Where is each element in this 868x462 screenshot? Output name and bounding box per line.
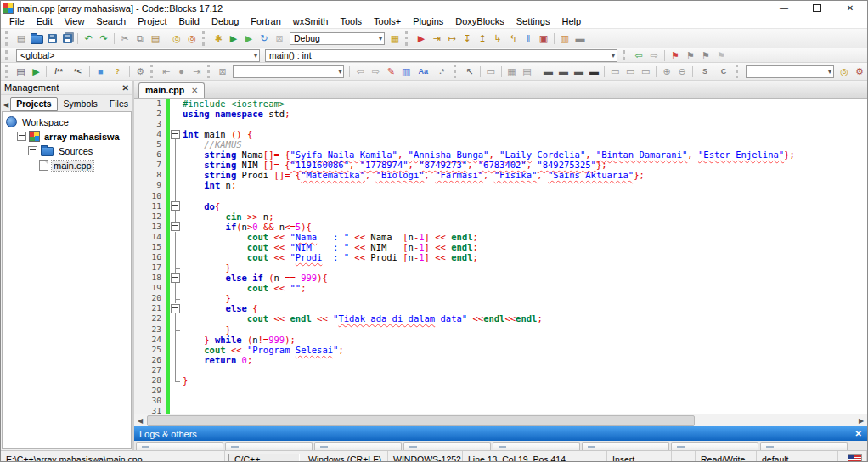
code-editor[interactable]: 1#include <iostream>2using namespace std… (134, 99, 867, 414)
build-icon[interactable]: ✱ (211, 31, 226, 45)
code-text[interactable]: using namespace std; (181, 109, 290, 119)
fold-collapse-icon[interactable] (171, 222, 180, 231)
run-to-cursor-icon[interactable]: ⇥ (429, 31, 444, 45)
line-number[interactable]: 2 (134, 109, 166, 119)
logs-tab[interactable] (136, 442, 223, 450)
code-text[interactable]: //KAMUS (181, 139, 242, 149)
wx-border-2-icon[interactable]: ▭ (623, 65, 638, 78)
wx-source-icon[interactable]: ▤ (520, 65, 535, 78)
incsearch-highlight-icon[interactable]: ✎ (383, 65, 398, 78)
tab-main-cpp[interactable]: main.cpp ✕ (138, 82, 205, 98)
code-text[interactable]: cin >> n; (181, 211, 274, 222)
code-text[interactable] (181, 386, 183, 396)
symbol-search-icon[interactable]: ◎ (837, 65, 852, 78)
debug-continue-icon[interactable]: ▶ (414, 31, 429, 45)
line-number[interactable]: 28 (134, 375, 166, 386)
prev-bookmark-icon[interactable]: ⚑ (683, 48, 698, 62)
incsearch-next-icon[interactable]: ⇨ (368, 65, 383, 78)
line-number[interactable]: 7 (134, 160, 166, 170)
logs-tab[interactable] (760, 442, 848, 450)
wx-align-right-icon[interactable]: ▬ (571, 65, 586, 78)
logs-panel-header[interactable]: Logs & others ✕ (134, 426, 867, 441)
logs-tab[interactable] (582, 442, 669, 450)
line-number[interactable]: 27 (134, 365, 166, 375)
tree-item-array-mahasiswa[interactable]: array mahasiswa (3, 129, 131, 144)
menu-doxyblocks[interactable]: DoxyBlocks (449, 15, 510, 27)
menu-wxsmith[interactable]: wxSmith (287, 15, 335, 27)
fold-collapse-icon[interactable] (171, 201, 180, 211)
line-number[interactable]: 30 (134, 396, 166, 406)
clear-bookmarks-icon[interactable]: ⚑ (713, 48, 729, 62)
fold-margin[interactable] (170, 303, 181, 313)
logs-tab-strip[interactable] (134, 441, 867, 450)
zoom-out-icon[interactable]: ⊖ (674, 65, 690, 78)
management-close-icon[interactable]: ✕ (122, 83, 129, 93)
fold-collapse-icon[interactable] (171, 304, 180, 313)
logs-close-icon[interactable]: ✕ (855, 429, 862, 438)
line-number[interactable]: 17 (134, 262, 166, 273)
menu-tools-[interactable]: Tools+ (368, 15, 407, 27)
tabs-scroll-left-icon[interactable]: ◀ (3, 101, 9, 111)
menu-search[interactable]: Search (90, 15, 132, 27)
logs-tab[interactable] (493, 442, 580, 450)
code-text[interactable]: return 0; (181, 355, 252, 365)
menu-edit[interactable]: Edit (31, 15, 59, 27)
tree-item-workspace[interactable]: Workspace (3, 115, 131, 129)
code-text[interactable]: int main () { (181, 129, 252, 139)
doxy-whitespace-icon[interactable]: ■ (93, 65, 108, 78)
function-combo[interactable]: main() : int▾ (265, 49, 617, 62)
next-line-icon[interactable]: ↦ (444, 31, 459, 45)
menu-help[interactable]: Help (555, 15, 587, 27)
next-instruction-icon[interactable]: ↳ (490, 31, 505, 45)
save-all-icon[interactable] (59, 31, 75, 45)
tab-close-icon[interactable]: ✕ (191, 86, 198, 95)
goto-back-icon[interactable]: ⇦ (631, 48, 646, 62)
open-file-icon[interactable] (29, 31, 44, 45)
cut-icon[interactable]: ✂ (117, 31, 132, 45)
line-number[interactable]: 19 (134, 283, 166, 293)
code-text[interactable]: cout << endl << "Tidak ada di dalam data… (181, 313, 543, 324)
replace-icon[interactable]: ◎ (184, 31, 200, 45)
line-number[interactable]: 16 (134, 252, 166, 262)
code-text[interactable]: string Nama[]= {"Syifa Naila Kamila", "A… (181, 149, 795, 160)
code-text[interactable]: cout << "Nama : " << Nama [n-1] << endl; (181, 232, 478, 242)
symbol-settings-icon[interactable]: ⚙ (852, 65, 867, 78)
menu-debug[interactable]: Debug (206, 15, 245, 27)
find-icon[interactable]: ◎ (169, 31, 184, 45)
wx-align-left-icon[interactable]: ▬ (540, 65, 555, 78)
doxy-block-comment-icon[interactable]: /** (49, 65, 68, 78)
wx-border-3-icon[interactable]: ▭ (638, 65, 653, 78)
incsearch-selected-icon[interactable]: ▥ (398, 65, 414, 78)
tree-expander-icon[interactable] (17, 132, 26, 141)
compiler-options-icon[interactable]: ▦ (387, 31, 403, 45)
code-text[interactable]: cout << "Program Selesai"; (181, 345, 344, 355)
code-text[interactable]: cout << "Prodi : " << Prodi [n-1] << end… (181, 252, 478, 262)
build-target-combo[interactable]: Debug▾ (290, 32, 385, 45)
line-number[interactable]: 11 (134, 201, 166, 211)
code-text[interactable]: if(n>0 && n<=5){ (181, 222, 312, 232)
browse-back-icon[interactable]: ⇤ (159, 65, 174, 78)
fold-margin[interactable] (170, 201, 181, 211)
line-number[interactable]: 10 (134, 191, 166, 201)
regex-icon[interactable]: .* (432, 65, 451, 78)
code-text[interactable]: cout << ""; (181, 283, 306, 293)
line-number[interactable]: 23 (134, 324, 166, 335)
line-number[interactable]: 20 (134, 293, 166, 303)
menu-settings[interactable]: Settings (510, 15, 556, 27)
debugging-windows-icon[interactable]: ▥ (557, 31, 572, 45)
line-number[interactable]: 25 (134, 345, 166, 355)
code-text[interactable]: else if (n == 999){ (181, 273, 328, 283)
browse-forward-icon[interactable]: ⇥ (189, 65, 205, 78)
symbol-search-combo[interactable]: ▾ (746, 65, 834, 78)
code-text[interactable]: else { (181, 303, 258, 313)
wx-align-justify-icon[interactable]: ▬ (586, 65, 601, 78)
menu-build[interactable]: Build (172, 15, 205, 27)
line-number[interactable]: 21 (134, 303, 166, 313)
wx-border-1-icon[interactable]: ▭ (607, 65, 623, 78)
wx-c-icon[interactable]: C (714, 65, 733, 78)
break-debugger-icon[interactable]: ‖ (521, 31, 536, 45)
maximize-button[interactable] (803, 2, 831, 14)
fold-collapse-icon[interactable] (171, 273, 180, 283)
abort-build-icon[interactable]: ⊠ (272, 31, 287, 45)
paste-icon[interactable]: ▤ (148, 31, 163, 45)
